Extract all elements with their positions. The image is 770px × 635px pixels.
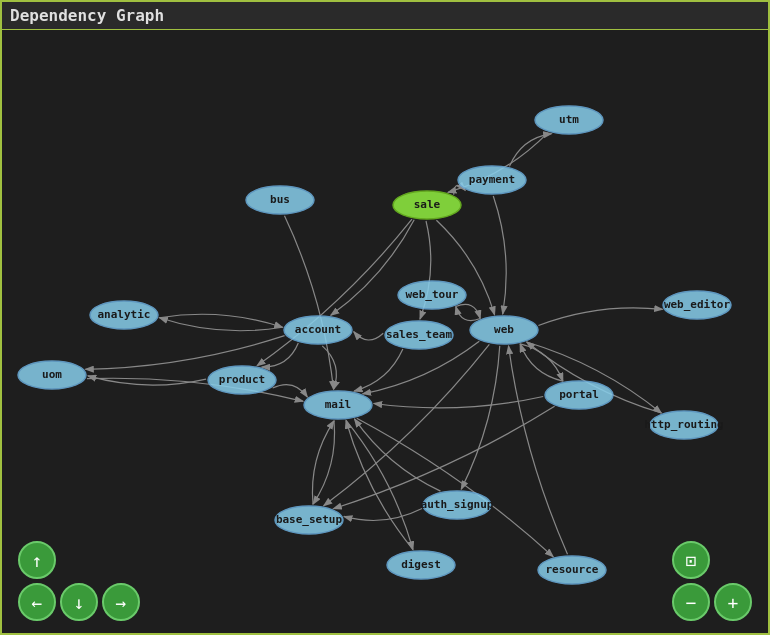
- graph-edge: [520, 344, 563, 381]
- zoom-in-icon: +: [728, 592, 739, 613]
- page-title: Dependency Graph: [10, 6, 164, 25]
- node-ellipse-base_setup: [275, 506, 343, 534]
- node-mail[interactable]: mail: [304, 391, 372, 419]
- node-web[interactable]: web: [470, 316, 538, 344]
- graph-edge: [346, 420, 413, 549]
- node-auth_signup[interactable]: auth_signup: [421, 491, 494, 519]
- pan-up-icon: ↑: [32, 550, 43, 571]
- node-sales_team[interactable]: sales_team: [385, 321, 453, 349]
- node-ellipse-web_editor: [663, 291, 731, 319]
- node-ellipse-web_tour: [398, 281, 466, 309]
- zoom-out-button[interactable]: −: [672, 583, 710, 621]
- graph-edge: [159, 314, 282, 327]
- graph-edge: [493, 196, 506, 314]
- node-ellipse-resource: [538, 556, 606, 584]
- graph-edge: [284, 216, 333, 389]
- graph-edge: [159, 318, 282, 331]
- node-ellipse-mail: [304, 391, 372, 419]
- node-ellipse-account: [284, 316, 352, 344]
- node-analytic[interactable]: analytic: [90, 301, 158, 329]
- node-ellipse-web: [470, 316, 538, 344]
- node-resource[interactable]: resource: [538, 556, 606, 584]
- node-ellipse-portal: [545, 381, 613, 409]
- graph-edge: [88, 376, 206, 385]
- graph-edge: [538, 308, 662, 326]
- graph-edge: [344, 509, 422, 521]
- node-ellipse-bus: [246, 186, 314, 214]
- zoom-in-button[interactable]: +: [714, 583, 752, 621]
- node-ellipse-product: [208, 366, 276, 394]
- node-web_editor[interactable]: web_editor: [663, 291, 731, 319]
- fit-icon: ⊡: [686, 550, 697, 571]
- node-ellipse-uom: [18, 361, 86, 389]
- nodes-layer[interactable]: utmpaymentsalebusweb_tourweb_editoranaly…: [18, 106, 731, 584]
- graph-edge: [456, 304, 480, 318]
- graph-edge: [85, 336, 284, 370]
- node-ellipse-auth_signup: [423, 491, 491, 519]
- node-web_tour[interactable]: web_tour: [398, 281, 466, 309]
- title-bar: Dependency Graph: [2, 2, 768, 30]
- navigation-controls: ↑ ← ↓ →: [18, 541, 140, 621]
- zoom-out-icon: −: [686, 592, 697, 613]
- node-product[interactable]: product: [208, 366, 276, 394]
- node-sale[interactable]: sale: [393, 191, 461, 219]
- graph-edge: [357, 418, 553, 557]
- graph-edge: [346, 420, 413, 549]
- node-base_setup[interactable]: base_setup: [275, 506, 343, 534]
- graph-edge: [257, 219, 412, 366]
- node-bus[interactable]: bus: [246, 186, 314, 214]
- node-ellipse-payment: [458, 166, 526, 194]
- node-ellipse-analytic: [90, 301, 158, 329]
- zoom-controls: ⊡ − +: [672, 541, 752, 621]
- pan-right-button[interactable]: →: [102, 583, 140, 621]
- node-ellipse-digest: [387, 551, 455, 579]
- graph-edge: [354, 332, 383, 340]
- edges-layer: [85, 133, 662, 557]
- node-ellipse-utm: [535, 106, 603, 134]
- pan-right-icon: →: [116, 592, 127, 613]
- app-container: Dependency Graph utmpaymentsalebusweb_to…: [0, 0, 770, 635]
- graph-edge: [508, 346, 567, 554]
- node-ellipse-sales_team: [385, 321, 453, 349]
- pan-down-icon: ↓: [74, 592, 85, 613]
- pan-left-button[interactable]: ←: [18, 583, 56, 621]
- pan-down-button[interactable]: ↓: [60, 583, 98, 621]
- node-utm[interactable]: utm: [535, 106, 603, 134]
- graph-edge: [461, 346, 499, 489]
- graph-edge: [509, 134, 551, 167]
- graph-edge: [354, 419, 440, 491]
- node-payment[interactable]: payment: [458, 166, 526, 194]
- graph-area[interactable]: utmpaymentsalebusweb_tourweb_editoranaly…: [2, 30, 768, 633]
- graph-edge: [520, 344, 563, 381]
- pan-up-button[interactable]: ↑: [18, 541, 56, 579]
- node-uom[interactable]: uom: [18, 361, 86, 389]
- node-ellipse-http_routing: [650, 411, 718, 439]
- graph-edge: [456, 307, 480, 321]
- graph-edge: [262, 343, 299, 367]
- pan-left-icon: ←: [32, 592, 43, 613]
- fit-button[interactable]: ⊡: [672, 541, 710, 579]
- node-account[interactable]: account: [284, 316, 352, 344]
- node-ellipse-sale: [393, 191, 461, 219]
- node-portal[interactable]: portal: [545, 381, 613, 409]
- node-http_routing[interactable]: http_routing: [644, 411, 723, 439]
- node-digest[interactable]: digest: [387, 551, 455, 579]
- graph-edge: [322, 346, 336, 389]
